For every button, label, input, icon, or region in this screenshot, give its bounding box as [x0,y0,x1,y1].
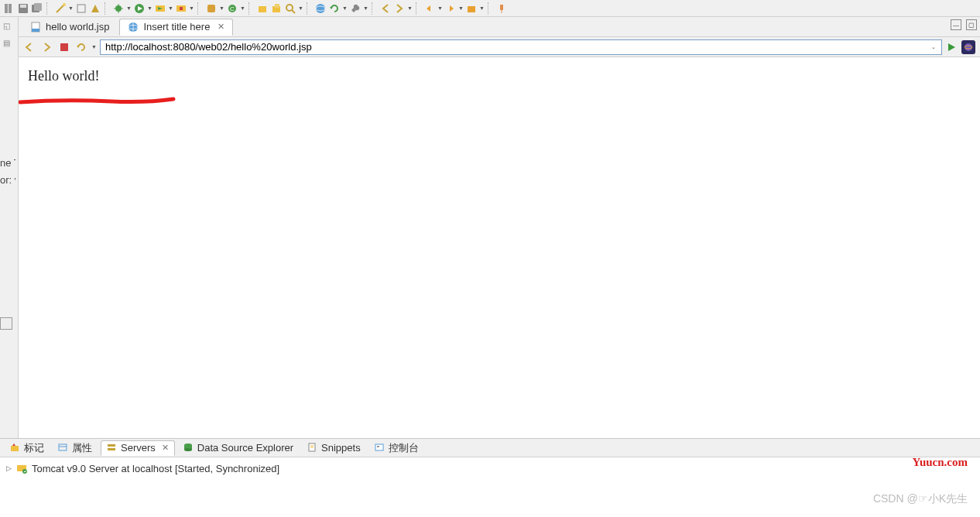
database-icon [183,443,194,454]
main-toolbar: ▼ ▼ ▼ ▼ ▼ ▼ C ▼ ▼ ▼ ▼ ▼ ▼ ▼ ▼ [0,0,980,17]
svg-rect-50 [375,444,383,450]
toolbar-icon[interactable] [465,2,478,15]
wand-icon[interactable] [54,2,67,15]
dropdown-arrow[interactable]: ▼ [407,5,413,11]
debug-icon[interactable] [112,2,125,15]
separator [488,2,492,15]
svg-point-53 [22,469,27,474]
nav-prev-icon[interactable] [379,2,392,15]
dropdown-arrow[interactable]: ▼ [126,5,132,11]
dropdown-arrow[interactable]: ▼ [189,5,194,11]
refresh-button[interactable] [74,40,88,54]
svg-point-24 [286,5,293,11]
tab-snippets[interactable]: Snippets [302,440,366,456]
dropdown-arrow[interactable]: ▼ [298,5,303,11]
dropdown-arrow[interactable]: ▼ [219,5,224,11]
annotation-underline [19,96,181,110]
tomcat-server-icon [16,463,27,474]
jsp-file-icon [30,22,41,33]
minimize-view-icon[interactable]: — [951,19,961,30]
tab-jsp-file[interactable]: hello world.jsp [22,19,118,36]
nav-back-button[interactable] [23,40,37,54]
run-server-icon[interactable] [154,2,166,15]
svg-rect-32 [32,29,39,32]
servers-icon [107,443,118,454]
nav-forward-button[interactable] [40,40,54,54]
forward-icon[interactable] [444,2,457,15]
maximize-view-icon[interactable]: ▢ [966,19,977,30]
toolbar-icon[interactable] [75,2,87,15]
search-icon[interactable] [284,2,296,15]
svg-rect-42 [108,444,115,447]
wrench-icon[interactable] [349,2,362,15]
save-all-icon[interactable] [31,2,43,15]
open-type-icon[interactable] [256,2,269,15]
watermark-csdn: CSDN @☞小K先生 [873,492,968,506]
svg-rect-29 [500,5,503,10]
toolbar-icon[interactable] [89,2,101,15]
nav-next-icon[interactable] [393,2,406,15]
dropdown-arrow[interactable]: ▼ [458,5,464,11]
bottom-tabs: 标记 属性 Servers ✕ Data Source Explorer Sni… [0,439,980,457]
svg-text:C: C [230,5,235,12]
svg-rect-40 [59,444,67,450]
sync-icon[interactable] [328,2,341,15]
svg-point-9 [115,5,122,12]
browser-content: Hello world! [19,57,980,438]
dropdown-arrow[interactable]: ▼ [147,5,152,11]
svg-rect-3 [20,5,26,8]
outline-icon[interactable]: ▤ [3,39,15,51]
clipped-panel-text: ne T or: v [0,155,15,189]
browser-icon[interactable] [314,2,327,15]
dropdown-arrow[interactable]: ▼ [240,5,245,11]
new-package-icon[interactable] [205,2,218,15]
open-type-icon[interactable] [270,2,283,15]
svg-line-25 [292,10,295,13]
tab-markers[interactable]: 标记 [5,440,50,456]
tab-console[interactable]: 控制台 [369,440,424,456]
dropdown-arrow[interactable]: ▼ [91,44,97,50]
separator [46,2,51,15]
url-field[interactable] [100,39,942,55]
server-row-text[interactable]: Tomcat v9.0 Server at localhost [Started… [32,463,279,474]
tab-label: Insert title here [143,21,210,33]
eclipse-icon[interactable] [961,40,975,54]
run-icon[interactable] [133,2,146,15]
svg-rect-28 [468,6,475,12]
tabs-right-controls: — ▢ [951,19,977,30]
tab-browser[interactable]: Insert title here ✕ [119,19,233,36]
page-text: Hello world! [28,68,971,84]
pin-icon[interactable] [495,2,508,15]
dropdown-arrow[interactable]: ▼ [168,5,173,11]
url-history-dropdown[interactable]: ⌄ [931,44,937,50]
dropdown-arrow[interactable]: ▼ [479,5,485,11]
bottom-panel: 标记 属性 Servers ✕ Data Source Explorer Sni… [0,438,980,479]
back-icon[interactable] [423,2,436,15]
svg-point-46 [184,448,192,451]
dropdown-arrow[interactable]: ▼ [437,5,443,11]
restore-icon[interactable]: ◱ [3,22,15,34]
close-icon[interactable]: ✕ [162,443,169,453]
tab-properties[interactable]: 属性 [53,440,98,456]
stop-button[interactable] [57,40,71,54]
dropdown-arrow[interactable]: ▼ [68,5,74,11]
tab-servers[interactable]: Servers ✕ [101,440,175,456]
go-button[interactable] [944,40,958,54]
left-gutter: ◱ ▤ [0,17,19,438]
expand-icon[interactable]: ▷ [6,464,12,472]
new-class-icon[interactable]: C [226,2,238,15]
save-icon[interactable] [17,2,29,15]
tab-data-source-explorer[interactable]: Data Source Explorer [178,440,299,456]
separator [248,2,253,15]
close-icon[interactable]: ✕ [218,22,224,32]
editor-area: hello world.jsp Insert title here ✕ — ▢ … [19,17,980,438]
svg-rect-1 [9,4,12,13]
tab-label: hello world.jsp [46,21,109,33]
watermark-yuucn: Yuucn.com [912,456,968,469]
dropdown-arrow[interactable]: ▼ [342,5,348,11]
toolbar-icon[interactable] [3,2,15,15]
stop-server-icon[interactable] [175,2,187,15]
dropdown-arrow[interactable]: ▼ [363,5,368,11]
console-icon [375,443,385,454]
snippets-icon [307,443,318,454]
